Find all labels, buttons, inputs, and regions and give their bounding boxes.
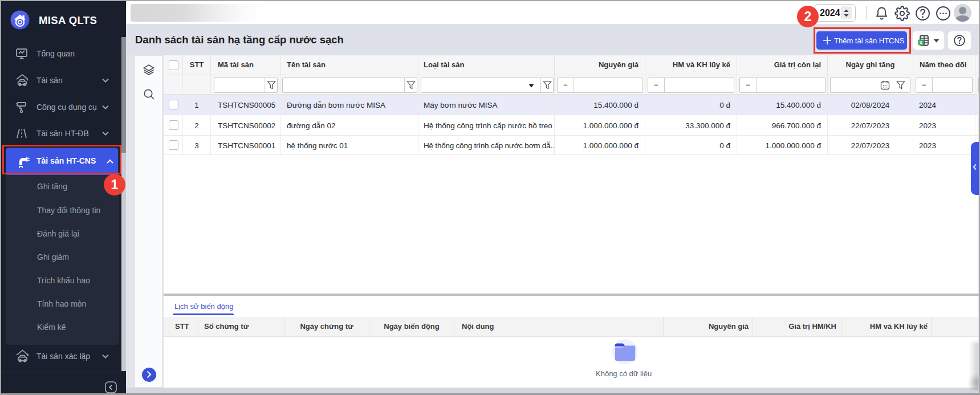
svg-text:X: X — [919, 40, 922, 46]
